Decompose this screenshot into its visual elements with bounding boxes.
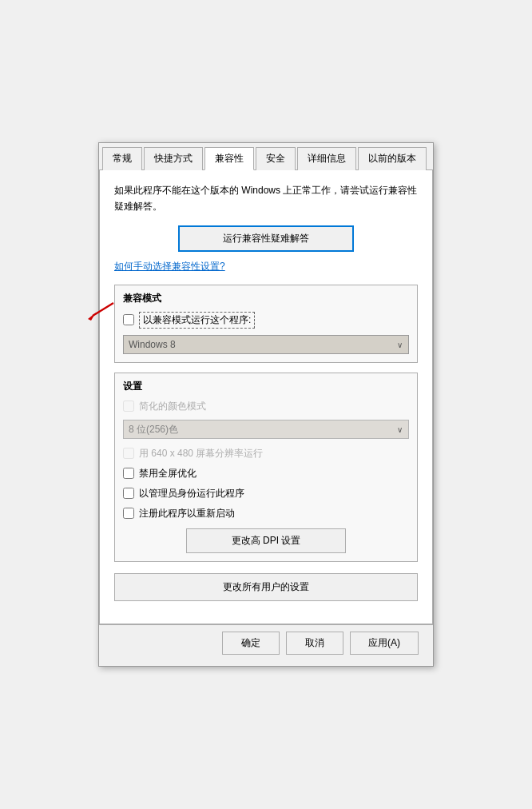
color-depth-dropdown-wrapper: 8 位(256)色 16 位色 (123, 420, 409, 439)
color-depth-dropdown[interactable]: 8 位(256)色 16 位色 (123, 420, 409, 439)
color-mode-row: 简化的颜色模式 (123, 400, 409, 413)
compat-mode-section: 兼容模式 以兼容模式运行这个程序: Windows XP (Service Pa… (114, 285, 418, 363)
tab-compatibility[interactable]: 兼容性 (204, 147, 254, 170)
register-restart-row: 注册此程序以重新启动 (123, 507, 409, 520)
register-restart-label: 注册此程序以重新启动 (139, 507, 235, 520)
cancel-button[interactable]: 取消 (286, 632, 343, 655)
svg-line-0 (93, 303, 113, 316)
compat-mode-label: 以兼容模式运行这个程序: (139, 312, 255, 329)
admin-run-label: 以管理员身份运行此程序 (139, 487, 244, 500)
manual-settings-link[interactable]: 如何手动选择兼容性设置? (114, 260, 418, 273)
color-mode-checkbox[interactable] (123, 401, 134, 412)
all-users-button[interactable]: 更改所有用户的设置 (114, 573, 418, 601)
admin-run-checkbox[interactable] (123, 488, 134, 499)
fullscreen-opt-checkbox[interactable] (123, 468, 134, 479)
resolution-label: 用 640 x 480 屏幕分辨率运行 (139, 447, 263, 460)
fullscreen-opt-label: 禁用全屏优化 (139, 467, 197, 480)
bottom-button-bar: 确定 取消 应用(A) (99, 624, 433, 666)
tab-bar: 常规 快捷方式 兼容性 安全 详细信息 以前的版本 (99, 143, 433, 170)
tab-security[interactable]: 安全 (256, 147, 296, 170)
resolution-row: 用 640 x 480 屏幕分辨率运行 (123, 447, 409, 460)
tab-details[interactable]: 详细信息 (297, 147, 356, 170)
compat-mode-checkbox-row: 以兼容模式运行这个程序: (123, 312, 409, 329)
run-compat-button[interactable]: 运行兼容性疑难解答 (178, 225, 354, 252)
fullscreen-opt-row: 禁用全屏优化 (123, 467, 409, 480)
settings-section: 设置 简化的颜色模式 8 位(256)色 16 位色 用 640 x 480 屏… (114, 373, 418, 562)
svg-marker-1 (88, 313, 96, 321)
tab-general[interactable]: 常规 (102, 147, 142, 170)
compat-mode-dropdown-wrapper: Windows XP (Service Pack 2) Windows XP (… (123, 335, 409, 354)
ok-button[interactable]: 确定 (222, 632, 280, 655)
register-restart-checkbox[interactable] (123, 508, 134, 519)
apply-button[interactable]: 应用(A) (350, 632, 419, 655)
compat-mode-dropdown[interactable]: Windows XP (Service Pack 2) Windows XP (… (123, 335, 409, 354)
color-mode-label: 简化的颜色模式 (139, 400, 206, 413)
red-arrow-annotation (85, 300, 115, 322)
tab-previous-versions[interactable]: 以前的版本 (358, 147, 427, 170)
compat-mode-checkbox[interactable] (123, 314, 134, 325)
description-text: 如果此程序不能在这个版本的 Windows 上正常工作，请尝试运行兼容性疑难解答… (114, 183, 418, 213)
dpi-settings-button[interactable]: 更改高 DPI 设置 (186, 528, 346, 553)
tab-shortcut[interactable]: 快捷方式 (144, 147, 203, 170)
settings-title: 设置 (123, 380, 409, 393)
tab-content: 如果此程序不能在这个版本的 Windows 上正常工作，请尝试运行兼容性疑难解答… (99, 170, 433, 624)
resolution-checkbox[interactable] (123, 448, 134, 459)
compat-mode-title: 兼容模式 (123, 292, 409, 305)
admin-row: 以管理员身份运行此程序 (123, 487, 409, 500)
dialog-window: 常规 快捷方式 兼容性 安全 详细信息 以前的版本 如果此程序不能在这个版本的 … (98, 142, 434, 666)
